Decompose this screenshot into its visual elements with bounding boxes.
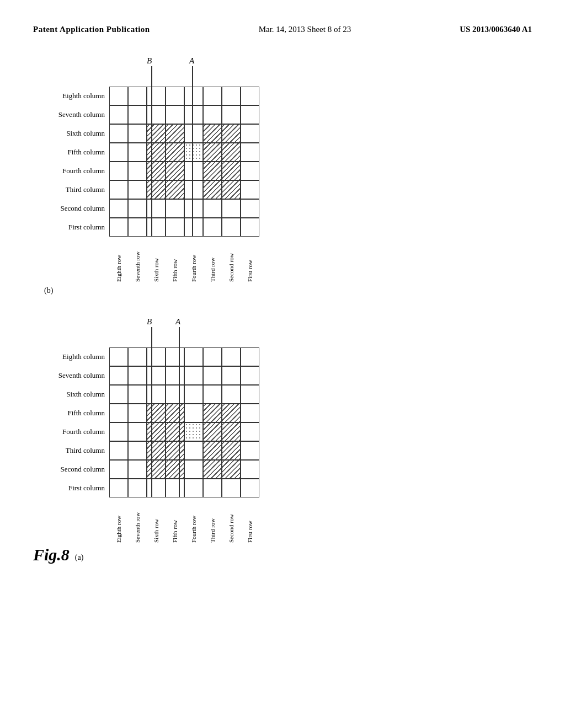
cell-4-1 (128, 162, 147, 180)
cell-a-6-7 (241, 460, 259, 479)
cell-1-2 (147, 105, 166, 124)
cell-a-6-3-hatch (166, 460, 184, 479)
cell-a-4-3-hatch (166, 422, 184, 441)
b-label-top: B (147, 56, 152, 66)
a-vertical-line (192, 87, 193, 237)
cell-3-6-hatch (222, 143, 241, 162)
cell-a-0-5 (203, 347, 222, 366)
cell-a-5-3-hatch (166, 441, 184, 460)
cell-a-3-3-hatch (166, 404, 184, 422)
cell-5-1 (128, 180, 147, 199)
grid-a-row-6 (109, 460, 259, 479)
cell-a-4-4-dot (184, 422, 203, 441)
cell-1-4 (184, 105, 203, 124)
cell-4-6-hatch (222, 162, 241, 180)
cell-a-2-0 (109, 385, 128, 404)
cell-7-4 (184, 218, 203, 237)
grid-row-4 (109, 162, 259, 180)
cell-a-5-7 (241, 441, 259, 460)
column-labels-a: Eighth column Seventh column Sixth colum… (33, 347, 109, 497)
cell-a-2-2 (147, 385, 166, 404)
cell-4-4 (184, 162, 203, 180)
cell-a-5-2-hatch (147, 441, 166, 460)
cell-a-2-4 (184, 385, 203, 404)
cell-6-4 (184, 199, 203, 218)
grid-row-2 (109, 124, 259, 143)
row-label-1: First row (241, 238, 259, 282)
cell-a-7-3 (166, 479, 184, 497)
cell-a-1-2 (147, 366, 166, 385)
cell-a-5-0 (109, 441, 128, 460)
col-label-1: First column (33, 218, 109, 237)
cell-2-7 (241, 124, 259, 143)
cell-a-1-5 (203, 366, 222, 385)
cell-0-4 (184, 87, 203, 105)
b-line-top (151, 66, 152, 87)
row-label-7: Seventh row (128, 238, 147, 282)
grid-a-row-0 (109, 347, 259, 366)
page-header: Patent Application Publication Mar. 14, … (0, 0, 565, 45)
grid-row-7 (109, 218, 259, 237)
row-labels-a: Eighth row Seventh row Sixth row Fifth r… (109, 499, 259, 543)
cell-a-7-4 (184, 479, 203, 497)
grid-a-row-5 (109, 441, 259, 460)
diagram-a-grid-area: Eighth column Seventh column Sixth colum… (33, 347, 259, 543)
col-a-label-5: Fifth column (33, 404, 109, 422)
cell-5-6-hatch (222, 180, 241, 199)
caption-b: (b) (44, 286, 53, 295)
cell-a-4-2-hatch (147, 422, 166, 441)
a-label-top: A (189, 56, 194, 66)
grid-row-6 (109, 199, 259, 218)
cell-a-3-1 (128, 404, 147, 422)
cell-1-6 (222, 105, 241, 124)
cell-a-0-4 (184, 347, 203, 366)
cell-a-6-4 (184, 460, 203, 479)
cell-5-4 (184, 180, 203, 199)
cell-2-6-hatch (222, 124, 241, 143)
cell-a-5-4 (184, 441, 203, 460)
cell-7-5 (203, 218, 222, 237)
a-line-top-a (179, 327, 180, 347)
row-a-label-3: Third row (203, 499, 222, 543)
col-a-label-4: Fourth column (33, 422, 109, 441)
cell-3-0 (109, 143, 128, 162)
cell-6-7 (241, 199, 259, 218)
row-labels-b: Eighth row Seventh row Sixth row Fifth r… (109, 238, 259, 282)
cell-a-7-1 (128, 479, 147, 497)
cell-a-1-4 (184, 366, 203, 385)
cell-a-6-5-hatch (203, 460, 222, 479)
cell-a-0-7 (241, 347, 259, 366)
diagram-a-section: B A Eighth column Seventh column Sixth c… (33, 317, 532, 564)
grid-a-row-1 (109, 366, 259, 385)
cell-a-5-5-hatch (203, 441, 222, 460)
row-a-label-8: Eighth row (109, 499, 128, 543)
grid-row-0 (109, 87, 259, 105)
cell-2-2-hatch (147, 124, 166, 143)
cell-0-0 (109, 87, 128, 105)
cell-0-1 (128, 87, 147, 105)
sheet-info: Mar. 14, 2013 Sheet 8 of 23 (259, 25, 351, 34)
row-label-6: Sixth row (147, 238, 166, 282)
cell-0-3 (166, 87, 184, 105)
row-a-label-7: Seventh row (128, 499, 147, 543)
cell-a-7-7 (241, 479, 259, 497)
grid-a-row-2 (109, 385, 259, 404)
cell-a-3-6-hatch (222, 404, 241, 422)
cell-a-0-2 (147, 347, 166, 366)
cell-a-3-4 (184, 404, 203, 422)
col-label-3: Third column (33, 180, 109, 199)
col-a-label-7: Seventh column (33, 366, 109, 385)
cell-a-4-0 (109, 422, 128, 441)
cell-6-3 (166, 199, 184, 218)
cell-a-3-2-hatch (147, 404, 166, 422)
cell-a-0-1 (128, 347, 147, 366)
cell-a-0-6 (222, 347, 241, 366)
a-vertical-line-a (179, 347, 180, 497)
cell-4-0 (109, 162, 128, 180)
cell-a-1-6 (222, 366, 241, 385)
cell-a-1-1 (128, 366, 147, 385)
cell-2-1 (128, 124, 147, 143)
cell-a-7-5 (203, 479, 222, 497)
cell-2-5-hatch (203, 124, 222, 143)
col-a-label-3: Third column (33, 441, 109, 460)
